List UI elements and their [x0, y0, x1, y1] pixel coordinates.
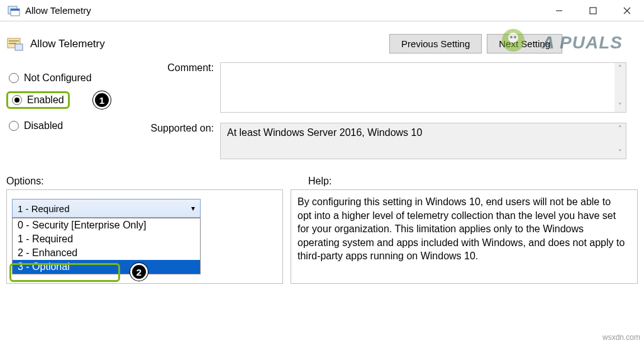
options-label: Options: — [6, 176, 283, 187]
help-pane: By configuring this setting in Windows 1… — [291, 189, 638, 284]
options-pane: 1 - Required ▾ 0 - Security [Enterprise … — [6, 189, 283, 284]
fields: Comment: ˄˅ Supported on: At least Windo… — [132, 62, 638, 169]
scroll-down-icon: ˅ — [618, 147, 622, 159]
maximize-button[interactable] — [576, 0, 610, 21]
config-area: Not Configured Enabled 1 Disabled Commen… — [0, 57, 644, 169]
panes: 1 - Required ▾ 0 - Security [Enterprise … — [0, 189, 644, 284]
scroll-up-icon: ˄ — [618, 123, 622, 135]
window-title: Allow Telemetry — [25, 5, 542, 16]
radio-disabled[interactable]: Disabled — [9, 120, 132, 132]
telemetry-level-dropdown: 0 - Security [Enterprise Only] 1 - Requi… — [12, 218, 201, 274]
svg-rect-10 — [15, 44, 23, 50]
supported-label: Supported on: — [132, 123, 220, 159]
svg-rect-4 — [590, 8, 596, 14]
next-setting-button[interactable]: Next Setting — [487, 34, 562, 53]
page-title: Allow Telemetry — [30, 38, 389, 50]
annotation-badge-1: 1 — [93, 91, 111, 109]
comment-field[interactable]: ˄˅ — [220, 62, 626, 113]
annotation-badge-2: 2 — [130, 263, 148, 281]
comment-label: Comment: — [132, 62, 220, 113]
scroll-down-icon: ˅ — [618, 101, 622, 112]
help-label: Help: — [308, 176, 638, 187]
section-labels: Options: Help: — [0, 169, 644, 189]
scroll-up-icon: ˄ — [618, 63, 622, 74]
comment-value — [221, 63, 614, 112]
window-controls — [542, 0, 644, 21]
radio-label: Enabled — [27, 94, 64, 106]
help-text: By configuring this setting in Windows 1… — [297, 195, 626, 263]
comment-scrollbar[interactable]: ˄˅ — [614, 63, 626, 112]
dropdown-item-enhanced[interactable]: 2 - Enhanced — [13, 246, 200, 260]
radio-enabled[interactable]: Enabled — [12, 94, 64, 106]
svg-rect-8 — [9, 40, 19, 42]
supported-value: At least Windows Server 2016, Windows 10 — [221, 123, 614, 159]
minimize-button[interactable] — [542, 0, 576, 21]
dropdown-item-required[interactable]: 1 - Required — [13, 232, 200, 246]
app-icon — [8, 5, 20, 16]
svg-rect-2 — [11, 9, 19, 11]
previous-setting-button[interactable]: Previous Setting — [389, 34, 482, 53]
radio-not-configured[interactable]: Not Configured — [9, 72, 132, 84]
source-tag: wsxdn.com — [602, 333, 640, 342]
combo-selected: 1 - Required — [18, 203, 70, 214]
state-radios: Not Configured Enabled 1 Disabled — [6, 62, 132, 169]
close-button[interactable] — [610, 0, 644, 21]
title-bar: Allow Telemetry — [0, 0, 644, 21]
supported-scrollbar[interactable]: ˄˅ — [614, 123, 626, 159]
dropdown-item-optional[interactable]: 3 - Optional — [13, 260, 200, 274]
supported-field: At least Windows Server 2016, Windows 10… — [220, 123, 626, 159]
header: Allow Telemetry Previous Setting Next Se… — [0, 21, 644, 57]
policy-icon — [6, 37, 24, 52]
dropdown-item-security[interactable]: 0 - Security [Enterprise Only] — [13, 218, 200, 232]
radio-label: Disabled — [24, 120, 63, 132]
telemetry-level-combo[interactable]: 1 - Required ▾ — [12, 199, 201, 218]
chevron-down-icon: ▾ — [191, 204, 195, 213]
radio-label: Not Configured — [24, 72, 92, 84]
